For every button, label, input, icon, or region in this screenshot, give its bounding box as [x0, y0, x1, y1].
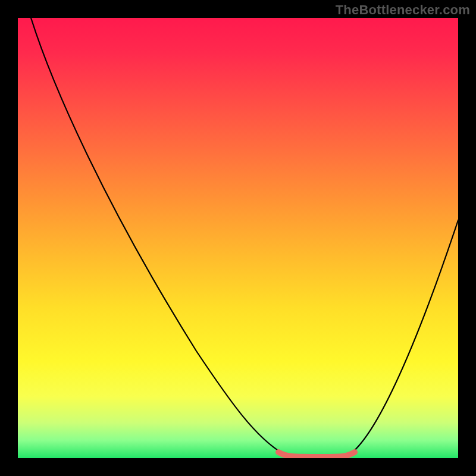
bottleneck-curve: [31, 18, 458, 457]
curve-layer: [18, 18, 458, 458]
chart-frame: TheBottlenecker.com: [0, 0, 476, 476]
optimal-range-marker: [278, 452, 355, 457]
watermark-text: TheBottlenecker.com: [336, 2, 470, 18]
curve-left-descent: [31, 18, 283, 453]
plot-area: [18, 18, 458, 458]
curve-right-ascent: [351, 220, 458, 453]
